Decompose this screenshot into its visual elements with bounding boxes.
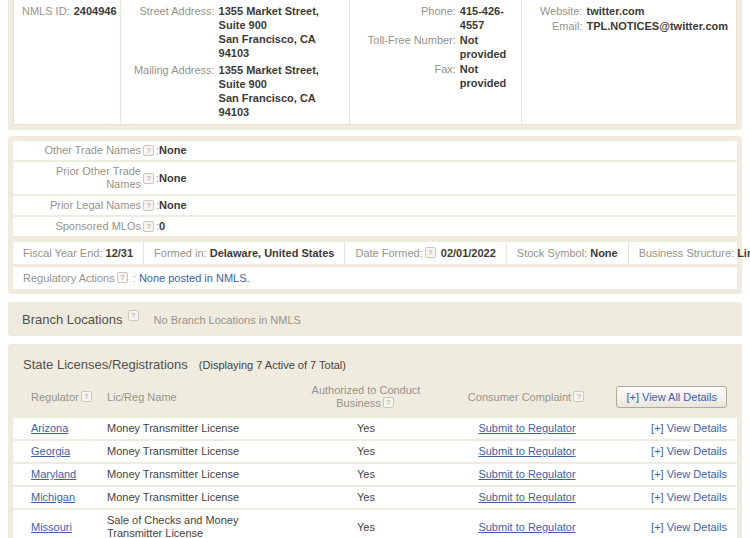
authorized-value: Yes <box>291 468 441 481</box>
other-trade-names-row: Other Trade Names?None <box>13 141 737 160</box>
fiscal-year-value: 12/31 <box>106 247 134 259</box>
formed-in-label: Formed in: <box>154 247 207 259</box>
header-authorized: Authorized to Conduct Business <box>312 384 421 409</box>
help-icon[interactable]: ? <box>573 391 584 402</box>
prior-legal-names-value: None <box>159 199 187 212</box>
prior-legal-names-label: Prior Legal Names <box>21 199 141 212</box>
submit-to-regulator-link[interactable]: Submit to Regulator <box>478 521 575 533</box>
prior-other-trade-names-label: Prior Other Trade Names <box>21 165 141 191</box>
fax-value: Not provided <box>460 62 514 90</box>
regulator-link-maryland[interactable]: Maryland <box>31 468 76 480</box>
other-trade-names-value: None <box>159 144 187 157</box>
state-licenses-panel: State Licenses/Registrations (Displaying… <box>8 344 742 538</box>
phone-cell: Phone:415-426-4557 Toll-Free Number:Not … <box>350 0 523 124</box>
regulator-link-arizona[interactable]: Arizona <box>31 422 68 434</box>
branch-locations-panel: Branch Locations ? No Branch Locations i… <box>8 302 742 336</box>
date-formed-label: Date Formed: <box>355 247 422 259</box>
authorized-value: Yes <box>291 422 441 435</box>
table-row: Michigan Money Transmitter License Yes S… <box>13 487 737 508</box>
nmls-id-label: NMLS ID: <box>22 4 70 18</box>
tollfree-label: Toll-Free Number: <box>358 33 456 61</box>
regulatory-actions-label: Regulatory Actions <box>23 272 115 284</box>
company-details-panel: Other Trade Names?None Prior Other Trade… <box>8 136 742 294</box>
help-icon[interactable]: ? <box>117 272 128 283</box>
help-icon[interactable]: ? <box>128 310 139 321</box>
web-cell: Website:twitter.com Email:TPL.NOTICES@tw… <box>522 0 736 124</box>
help-icon[interactable]: ? <box>81 391 92 402</box>
mailing-address-line1: 1355 Market Street, Suite 900 <box>219 63 341 91</box>
phone-label: Phone: <box>358 4 456 32</box>
date-formed-value: 02/01/2022 <box>441 247 496 259</box>
branch-locations-title: Branch Locations <box>22 312 122 327</box>
fiscal-year-label: Fiscal Year End: <box>23 247 103 259</box>
email-value: TPL.NOTICES@twitter.com <box>586 19 728 33</box>
table-row: Arizona Money Transmitter License Yes Su… <box>13 418 737 439</box>
licenses-title-band: State Licenses/Registrations (Displaying… <box>13 349 737 384</box>
sponsored-mlos-row: Sponsored MLOs?0 <box>13 217 737 236</box>
street-address-line2: San Francisco, CA 94103 <box>219 32 341 60</box>
licenses-table-header: Regulator? Lic/Reg Name Authorized to Co… <box>13 384 737 418</box>
business-structure-value: Limited Liability Company <box>737 247 750 259</box>
website-value: twitter.com <box>586 4 644 18</box>
regulator-link-missouri[interactable]: Missouri <box>31 521 72 533</box>
submit-to-regulator-link[interactable]: Submit to Regulator <box>478 468 575 480</box>
view-details-link[interactable]: [+] View Details <box>651 468 727 480</box>
submit-to-regulator-link[interactable]: Submit to Regulator <box>478 491 575 503</box>
view-all-details-button[interactable]: [+] View All Details <box>616 386 727 408</box>
street-address-line1: 1355 Market Street, Suite 900 <box>219 4 341 32</box>
address-cell: Street Address: 1355 Market Street, Suit… <box>121 0 350 124</box>
submit-to-regulator-link[interactable]: Submit to Regulator <box>478 422 575 434</box>
regulator-link-michigan[interactable]: Michigan <box>31 491 75 503</box>
help-icon[interactable]: ? <box>143 200 154 211</box>
contact-panel: NMLS ID:2404946 Street Address: 1355 Mar… <box>8 0 742 130</box>
prior-legal-names-row: Prior Legal Names?None <box>13 196 737 215</box>
phone-value: 415-426-4557 <box>460 4 514 32</box>
header-regulator: Regulator <box>31 391 79 403</box>
street-address-label: Street Address: <box>129 4 215 60</box>
sponsored-mlos-value: 0 <box>159 220 165 233</box>
prior-other-trade-names-row: Prior Other Trade Names?None <box>13 162 737 194</box>
authorized-value: Yes <box>291 445 441 458</box>
authorized-value: Yes <box>291 491 441 504</box>
tollfree-value: Not provided <box>460 33 514 61</box>
other-trade-names-label: Other Trade Names <box>21 144 141 157</box>
regulatory-actions-link[interactable]: None posted in NMLS. <box>139 272 250 284</box>
lic-reg-name: Money Transmitter License <box>107 445 291 458</box>
nmls-id-cell: NMLS ID:2404946 <box>14 0 121 124</box>
mailing-address-line2: San Francisco, CA 94103 <box>219 91 341 119</box>
lic-reg-name: Money Transmitter License <box>107 491 291 504</box>
header-consumer-complaint: Consumer Complaint <box>468 391 571 403</box>
help-icon[interactable]: ? <box>143 221 154 232</box>
view-details-link[interactable]: [+] View Details <box>651 445 727 457</box>
header-lic-reg-name: Lic/Reg Name <box>107 391 291 403</box>
lic-reg-name: Money Transmitter License <box>107 468 291 481</box>
business-structure-label: Business Structure: <box>639 247 734 259</box>
licenses-title: State Licenses/Registrations <box>23 357 188 372</box>
website-label: Website: <box>530 4 582 18</box>
help-icon[interactable]: ? <box>143 173 154 184</box>
help-icon[interactable]: ? <box>383 397 394 408</box>
view-details-link[interactable]: [+] View Details <box>651 491 727 503</box>
formed-in-value: Delaware, United States <box>210 247 335 259</box>
fax-label: Fax: <box>358 62 456 90</box>
contact-box: NMLS ID:2404946 Street Address: 1355 Mar… <box>13 0 737 125</box>
table-row: Missouri Sale of Checks and Money Transm… <box>13 510 737 538</box>
submit-to-regulator-link[interactable]: Submit to Regulator <box>478 445 575 457</box>
email-label: Email: <box>530 19 582 33</box>
help-icon[interactable]: ? <box>425 247 436 258</box>
lic-reg-name: Money Transmitter License <box>107 422 291 435</box>
authorized-value: Yes <box>291 521 441 534</box>
view-details-link[interactable]: [+] View Details <box>651 422 727 434</box>
help-icon[interactable]: ? <box>143 145 154 156</box>
licenses-subtitle: (Displaying 7 Active of 7 Total) <box>199 359 346 371</box>
mailing-address-label: Mailing Address: <box>129 63 215 119</box>
table-row: Georgia Money Transmitter License Yes Su… <box>13 441 737 462</box>
regulatory-actions-row: Regulatory Actions?None posted in NMLS. <box>13 267 737 289</box>
stock-symbol-label: Stock Symbol: <box>517 247 587 259</box>
regulator-link-georgia[interactable]: Georgia <box>31 445 70 457</box>
view-details-link[interactable]: [+] View Details <box>651 521 727 533</box>
nmls-id-value: 2404946 <box>74 4 117 18</box>
company-facts-row: Fiscal Year End: 12/31 Formed in: Delawa… <box>13 242 737 264</box>
lic-reg-name: Sale of Checks and Money Transmitter Lic… <box>107 514 291 538</box>
prior-other-trade-names-value: None <box>159 172 187 185</box>
